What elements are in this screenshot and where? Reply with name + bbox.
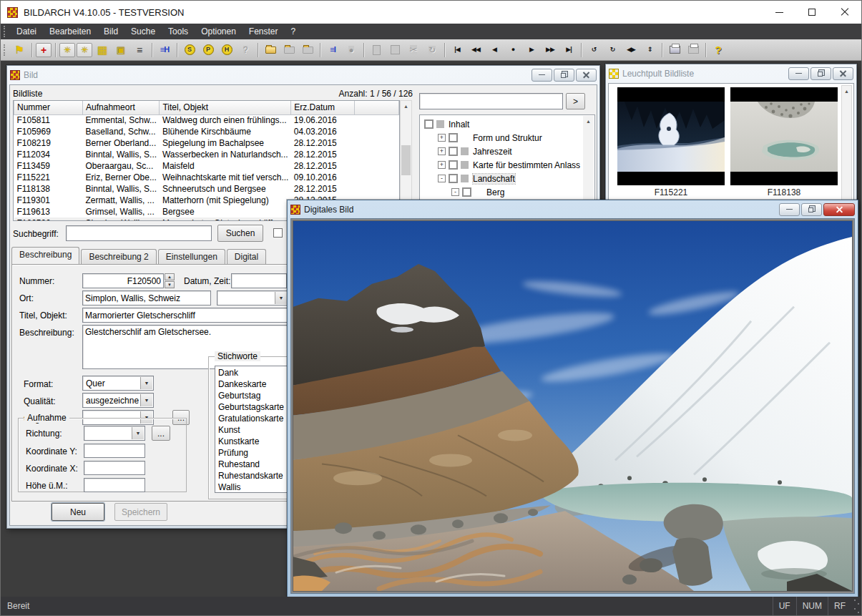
bild-minimize-button[interactable]: [532, 69, 552, 82]
table-row[interactable]: F112034Binntal, Wallis, S...Wasserbecken…: [14, 149, 399, 160]
add-folder-icon[interactable]: [280, 41, 298, 59]
new-document-icon[interactable]: [368, 41, 385, 59]
nav-fast-forward-icon[interactable]: ▶▶: [542, 41, 559, 59]
tree-label[interactable]: Karte für bestimmten Anlass: [473, 160, 580, 170]
hierarchy-i-icon[interactable]: ≡I: [324, 41, 341, 59]
expand-icon[interactable]: +: [438, 161, 446, 169]
tree-item-formundstruktur[interactable]: +Form und Struktur: [421, 131, 593, 145]
menu-item-datei[interactable]: Datei: [10, 24, 43, 39]
tree-label[interactable]: Jahreszeit: [473, 147, 512, 157]
scrollbar-thumb[interactable]: [401, 145, 411, 175]
open-folder-icon[interactable]: [262, 41, 279, 59]
titel-input[interactable]: [82, 308, 297, 323]
scroll-up-icon[interactable]: ▲: [842, 86, 851, 97]
show-image-icon[interactable]: ✳: [59, 43, 75, 57]
image-list-icon[interactable]: ≡: [131, 41, 148, 59]
tree-label[interactable]: Form und Struktur: [473, 133, 542, 143]
richtung-more-button[interactable]: ...: [152, 426, 170, 441]
table-row[interactable]: F108219Berner Oberland...Spiegelung im B…: [14, 137, 399, 149]
rotate-right-90-icon[interactable]: ↻: [604, 41, 621, 59]
table-row[interactable]: F105811Emmental, Schw...Waldweg durch ei…: [14, 114, 399, 126]
nav-first-icon[interactable]: |◀: [449, 41, 466, 59]
minimize-button[interactable]: [763, 1, 795, 24]
tab-digital[interactable]: Digital: [227, 249, 266, 264]
remove-folder-icon[interactable]: [299, 41, 316, 59]
show-image-window-icon[interactable]: ✳: [77, 43, 92, 57]
menu-item-suche[interactable]: Suche: [124, 24, 162, 39]
cut-icon[interactable]: ✂: [405, 41, 422, 59]
speichern-button[interactable]: Speichern: [114, 503, 167, 521]
bild-restore-button[interactable]: [554, 69, 574, 82]
search-keyword-s-icon[interactable]: S: [181, 41, 198, 59]
chevron-down-icon[interactable]: ▼: [132, 427, 144, 439]
tree-item-jahreszeit[interactable]: +Jahreszeit: [421, 145, 593, 158]
column-header[interactable]: Aufnahmeort: [83, 101, 160, 114]
tree-filter-input[interactable]: [419, 93, 563, 109]
tree-label[interactable]: Berg: [486, 187, 504, 197]
suchbegriff-input[interactable]: [66, 225, 212, 241]
rotate-left-90-icon[interactable]: ↺: [585, 41, 602, 59]
help-icon[interactable]: ?: [710, 41, 727, 59]
thumbnail-grid-icon[interactable]: ▦: [94, 41, 111, 59]
tree-checkbox[interactable]: [449, 147, 458, 156]
print-icon[interactable]: [666, 41, 683, 59]
tree-checkbox[interactable]: [449, 174, 458, 183]
hierarchy-h-icon[interactable]: ≡H: [156, 41, 173, 59]
tree-item-berg[interactable]: -Berg: [421, 185, 593, 199]
flip-horizontal-icon[interactable]: ◀▶: [622, 41, 640, 59]
expand-icon[interactable]: +: [438, 134, 446, 142]
chevron-down-icon[interactable]: ▼: [140, 394, 152, 406]
nav-last-icon[interactable]: ▶|: [560, 41, 577, 59]
add-image-icon[interactable]: +: [36, 43, 52, 57]
collapse-icon[interactable]: -: [438, 175, 446, 182]
tree-checkbox[interactable]: [424, 119, 434, 129]
column-header[interactable]: Nummer: [14, 101, 83, 114]
tree-checkbox[interactable]: [462, 187, 471, 197]
table-row[interactable]: F118138Binntal, Wallis, S...Schneerutsch…: [14, 183, 399, 195]
digitales-restore-button[interactable]: [801, 203, 822, 216]
expand-icon[interactable]: +: [438, 147, 446, 155]
menu-item-optionen[interactable]: Optionen: [195, 24, 243, 39]
format-combobox[interactable]: Quer ▼: [82, 376, 154, 391]
tree-item-kartefrbestimmtenanlass[interactable]: +Karte für bestimmten Anlass: [421, 158, 593, 172]
maximize-button[interactable]: [795, 1, 828, 24]
menu-item-tools[interactable]: Tools: [162, 24, 195, 39]
tab-beschreibung2[interactable]: Beschreibung 2: [81, 249, 156, 264]
tree-checkbox[interactable]: [449, 133, 458, 142]
menu-item-bearbeiten[interactable]: Bearbeiten: [43, 24, 97, 39]
scroll-up-icon[interactable]: ▲: [401, 101, 411, 112]
leuchtpult-title-bar[interactable]: Leuchtpult Bildliste: [606, 64, 856, 82]
koordinate-x-input[interactable]: [84, 461, 145, 475]
tree-label[interactable]: Inhalt: [449, 119, 469, 129]
resize-grip[interactable]: [851, 597, 861, 615]
datum-input[interactable]: [231, 273, 287, 288]
neu-button[interactable]: Neu: [52, 503, 104, 521]
tree-item-inhalt[interactable]: Inhalt: [421, 117, 593, 131]
close-button[interactable]: [828, 1, 861, 24]
print-preview-icon[interactable]: [685, 41, 702, 59]
neue-bilder-checkbox[interactable]: [273, 228, 283, 238]
menu-item-bild[interactable]: Bild: [97, 24, 124, 39]
image-help-icon[interactable]: ?: [237, 41, 254, 59]
flag-icon[interactable]: ⚑: [11, 41, 28, 59]
thumbnail-image[interactable]: [730, 87, 838, 185]
chevron-down-icon[interactable]: ▼: [275, 292, 287, 304]
column-header[interactable]: [355, 101, 399, 114]
hoehe-input[interactable]: [84, 478, 145, 492]
digitales-minimize-button[interactable]: [779, 203, 800, 216]
leuchtpult-minimize-button[interactable]: [788, 67, 809, 80]
table-row[interactable]: F115221Eriz, Berner Obe...Weihnachtskart…: [14, 172, 399, 183]
ort-input[interactable]: [82, 290, 211, 305]
thumbnail-f115221[interactable]: F115221: [617, 87, 725, 197]
search-keyword-p-icon[interactable]: P: [200, 41, 217, 59]
chevron-down-icon[interactable]: ▼: [140, 377, 152, 389]
menu-item-?[interactable]: ?: [285, 24, 303, 39]
camera-icon[interactable]: ▣: [112, 41, 129, 59]
flip-vertical-icon[interactable]: ⇕: [641, 41, 658, 59]
nav-fast-back-icon[interactable]: ◀◀: [467, 41, 484, 59]
spin-up-icon[interactable]: ▲: [165, 273, 175, 280]
column-header[interactable]: Titel, Objekt: [160, 101, 291, 114]
tree-label[interactable]: Landschaft: [473, 174, 515, 184]
save-icon[interactable]: [386, 41, 403, 59]
scroll-up-icon[interactable]: ▲: [583, 116, 594, 127]
